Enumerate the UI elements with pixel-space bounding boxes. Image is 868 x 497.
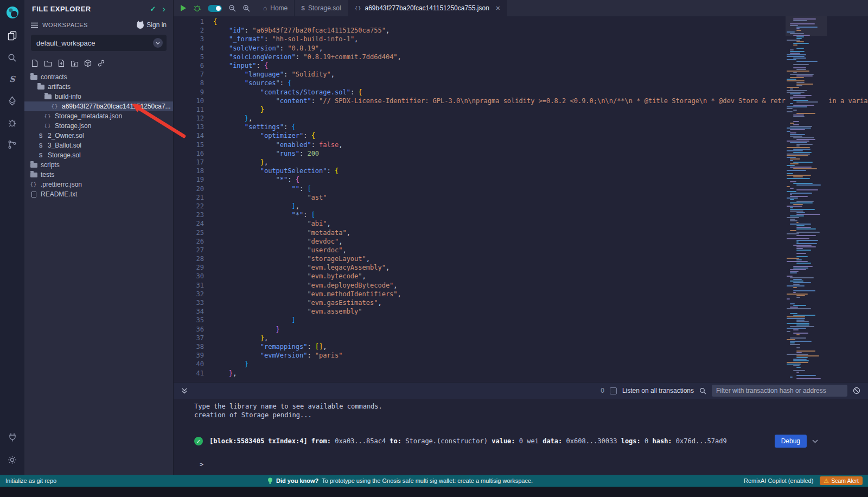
solidity-compiler-icon[interactable]: S bbox=[5, 73, 20, 86]
file-explorer-icon[interactable] bbox=[5, 29, 20, 42]
plugin-manager-icon[interactable] bbox=[5, 430, 20, 443]
debugger-icon[interactable] bbox=[5, 116, 20, 129]
code-editor[interactable]: 1234567891011121314151617181920212223242… bbox=[174, 16, 868, 382]
tree-item[interactable]: SStorage.sol bbox=[24, 150, 173, 160]
clear-console-icon[interactable] bbox=[853, 387, 860, 394]
expand-terminal-icon[interactable] bbox=[181, 387, 188, 394]
zoom-out-icon[interactable] bbox=[228, 4, 236, 12]
code-line[interactable]: "*": { bbox=[213, 175, 868, 184]
upload-folder-icon[interactable] bbox=[71, 60, 79, 67]
sign-in-button[interactable]: Sign in bbox=[137, 21, 167, 29]
code-line[interactable]: "evmVersion": "paris" bbox=[213, 351, 868, 360]
line-number: 5 bbox=[174, 53, 204, 61]
code-line[interactable]: "outputSelection": { bbox=[213, 167, 868, 175]
tree-item[interactable]: {}Storage_metadata.json bbox=[24, 111, 173, 121]
minimap[interactable] bbox=[786, 16, 827, 382]
git-icon[interactable] bbox=[5, 138, 20, 151]
new-file-icon[interactable] bbox=[31, 59, 39, 67]
code-line[interactable]: } bbox=[213, 325, 868, 334]
transaction-log-row: ✓ [block:5583405 txIndex:4] from: 0xa03.… bbox=[194, 435, 868, 448]
copilot-toggle[interactable] bbox=[208, 5, 222, 12]
code-line[interactable]: }, bbox=[213, 114, 868, 123]
code-line[interactable]: } bbox=[213, 105, 868, 114]
tree-item[interactable]: scripts bbox=[24, 160, 173, 170]
code-line[interactable]: "evm.bytecode", bbox=[213, 272, 868, 281]
code-line[interactable]: "abi", bbox=[213, 219, 868, 228]
code-line[interactable]: "solcVersion": "0.8.19", bbox=[213, 44, 868, 53]
code-line[interactable]: "settings": { bbox=[213, 123, 868, 131]
zoom-in-icon[interactable] bbox=[242, 4, 250, 12]
hamburger-icon[interactable] bbox=[31, 22, 38, 28]
code-line[interactable]: "remappings": [], bbox=[213, 342, 868, 351]
code-line[interactable]: "ast" bbox=[213, 193, 868, 202]
copilot-status[interactable]: RemixAI Copilot (enabled) bbox=[744, 477, 813, 484]
code-line[interactable]: "": [ bbox=[213, 184, 868, 193]
scam-alert-badge[interactable]: ⚠ Scam Alert bbox=[820, 476, 863, 485]
transaction-filter-input[interactable] bbox=[712, 385, 847, 397]
code-line[interactable]: }, bbox=[213, 158, 868, 167]
expand-log-icon[interactable] bbox=[812, 439, 818, 443]
code-line[interactable]: "contracts/Storage.sol": { bbox=[213, 88, 868, 97]
deploy-run-icon[interactable] bbox=[5, 94, 20, 107]
line-number: 6 bbox=[174, 61, 204, 70]
search-icon[interactable] bbox=[5, 51, 20, 64]
code-line[interactable]: ] bbox=[213, 316, 868, 324]
link-icon[interactable] bbox=[97, 59, 105, 67]
code-line[interactable]: "storageLayout", bbox=[213, 254, 868, 263]
code-line[interactable]: "runs": 200 bbox=[213, 149, 868, 158]
code-line[interactable]: "evm.legacyAssembly", bbox=[213, 263, 868, 272]
code-line[interactable]: "input": { bbox=[213, 61, 868, 70]
code-line[interactable]: "userdoc", bbox=[213, 246, 868, 254]
run-script-icon[interactable] bbox=[180, 4, 187, 12]
code-area[interactable]: { "id": "a69b43f277ba20fcac141151250ca75… bbox=[213, 17, 868, 378]
tree-item[interactable]: S2_Owner.sol bbox=[24, 131, 173, 141]
tree-item[interactable]: {}.prettierrc.json bbox=[24, 180, 173, 189]
code-line[interactable]: "content": "// SPDX-License-Identifier: … bbox=[213, 97, 868, 105]
code-line[interactable]: "metadata", bbox=[213, 228, 868, 237]
tree-item[interactable]: contracts bbox=[24, 72, 173, 82]
tree-item[interactable]: S3_Ballot.sol bbox=[24, 141, 173, 150]
code-line[interactable]: "evm.methodIdentifiers", bbox=[213, 290, 868, 298]
upload-file-icon[interactable] bbox=[58, 59, 65, 67]
tab-storage-sol[interactable]: S Storage.sol bbox=[295, 0, 348, 16]
workspace-menu-icon[interactable] bbox=[153, 38, 163, 48]
code-line[interactable]: "_format": "hh-sol-build-info-1", bbox=[213, 35, 868, 43]
code-line[interactable]: "evm.deployedBytecode", bbox=[213, 281, 868, 290]
new-folder-icon[interactable] bbox=[44, 60, 52, 67]
code-line[interactable]: "evm.gasEstimates", bbox=[213, 298, 868, 307]
chevron-right-icon[interactable]: › bbox=[162, 4, 165, 14]
publish-ipfs-icon[interactable] bbox=[84, 59, 92, 67]
code-line[interactable]: { bbox=[213, 17, 868, 26]
code-line[interactable]: "*": [ bbox=[213, 211, 868, 219]
tree-item[interactable]: build-info bbox=[24, 92, 173, 101]
tab-home[interactable]: ⌂ Home bbox=[257, 0, 295, 16]
sol-icon: S bbox=[37, 143, 44, 149]
code-line[interactable]: "solcLongVersion": "0.8.19+commit.7dd6d4… bbox=[213, 53, 868, 61]
settings-gear-icon[interactable] bbox=[5, 453, 20, 466]
code-line[interactable]: "devdoc", bbox=[213, 237, 868, 246]
close-icon[interactable]: × bbox=[496, 4, 500, 12]
tree-item[interactable]: {}a69b43f277ba20fcac141151250ca7... bbox=[24, 101, 173, 111]
code-line[interactable]: ], bbox=[213, 202, 868, 211]
code-line[interactable]: "optimizer": { bbox=[213, 131, 868, 140]
listen-transactions-checkbox[interactable] bbox=[610, 387, 617, 394]
ai-assistant-icon[interactable] bbox=[193, 4, 201, 12]
tree-item[interactable]: {}Storage.json bbox=[24, 121, 173, 131]
code-line[interactable]: "id": "a69b43f277ba20fcac141151250ca755"… bbox=[213, 26, 868, 35]
listen-transactions-label: Listen on all transactions bbox=[622, 387, 694, 394]
code-line[interactable]: "language": "Solidity", bbox=[213, 70, 868, 79]
code-line[interactable]: }, bbox=[213, 369, 868, 378]
workspace-select[interactable]: default_workspace bbox=[31, 35, 167, 51]
tree-item[interactable]: tests bbox=[24, 170, 173, 180]
debug-button[interactable]: Debug bbox=[775, 435, 807, 448]
tree-item[interactable]: README.txt bbox=[24, 189, 173, 199]
code-line[interactable]: "sources": { bbox=[213, 79, 868, 87]
tree-item[interactable]: artifacts bbox=[24, 82, 173, 92]
terminal-prompt[interactable]: > bbox=[194, 461, 868, 468]
code-line[interactable]: "enabled": false, bbox=[213, 141, 868, 149]
code-line[interactable]: "evm.assembly" bbox=[213, 307, 868, 316]
tab-build-info-json[interactable]: {} a69b43f277ba20fcac141151250ca755.json… bbox=[348, 0, 507, 16]
code-line[interactable]: }, bbox=[213, 334, 868, 342]
code-line[interactable]: } bbox=[213, 360, 868, 368]
git-init-button[interactable]: Initialize as git repo bbox=[5, 477, 56, 484]
